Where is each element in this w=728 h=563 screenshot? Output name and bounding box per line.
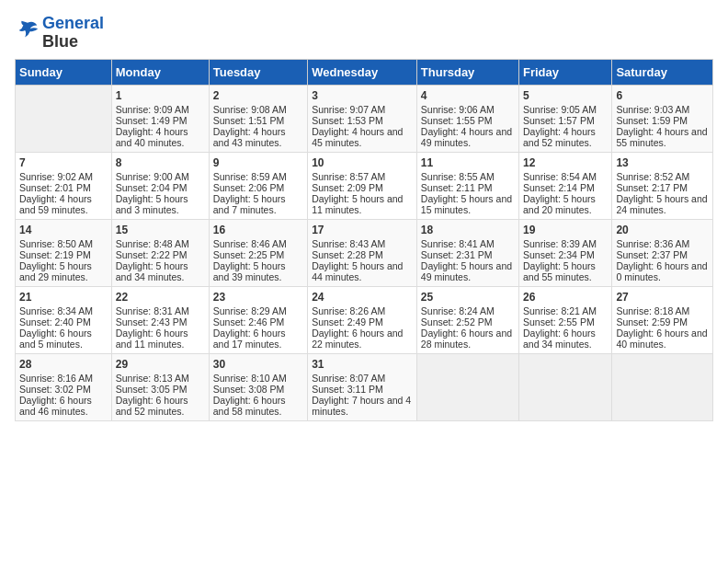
daylight-text: Daylight: 5 hours and 39 minutes.: [213, 260, 303, 282]
daylight-text: Daylight: 6 hours and 11 minutes.: [116, 327, 205, 350]
sunset-text: Sunset: 1:49 PM: [116, 115, 205, 126]
day-number: 22: [116, 291, 205, 304]
sunset-text: Sunset: 2:49 PM: [312, 316, 413, 327]
calendar-cell: 6Sunrise: 9:03 AMSunset: 1:59 PMDaylight…: [612, 85, 713, 152]
day-number: 24: [312, 291, 413, 304]
sunset-text: Sunset: 1:59 PM: [616, 115, 709, 126]
sunrise-text: Sunrise: 8:41 AM: [421, 238, 515, 249]
daylight-text: Daylight: 6 hours and 52 minutes.: [116, 395, 205, 417]
calendar-cell: 2Sunrise: 9:08 AMSunset: 1:51 PMDaylight…: [209, 85, 307, 152]
daylight-text: Daylight: 4 hours and 45 minutes.: [312, 126, 413, 148]
sunset-text: Sunset: 2:01 PM: [19, 182, 108, 193]
calendar-week-row: 21Sunrise: 8:34 AMSunset: 2:40 PMDayligh…: [16, 286, 713, 353]
daylight-text: Daylight: 4 hours and 52 minutes.: [523, 126, 608, 148]
day-number: 3: [312, 89, 413, 102]
logo-icon: [15, 18, 40, 44]
sunset-text: Sunset: 2:14 PM: [523, 182, 608, 193]
daylight-text: Daylight: 5 hours and 49 minutes.: [421, 260, 515, 282]
day-number: 27: [616, 291, 709, 304]
daylight-text: Daylight: 6 hours and 40 minutes.: [616, 327, 709, 350]
calendar-cell: 9Sunrise: 8:59 AMSunset: 2:06 PMDaylight…: [209, 152, 307, 219]
calendar-cell: 15Sunrise: 8:48 AMSunset: 2:22 PMDayligh…: [111, 219, 209, 286]
daylight-text: Daylight: 5 hours and 11 minutes.: [312, 193, 413, 215]
calendar-week-row: 7Sunrise: 9:02 AMSunset: 2:01 PMDaylight…: [16, 152, 713, 219]
daylight-text: Daylight: 6 hours and 34 minutes.: [523, 327, 608, 350]
sunrise-text: Sunrise: 8:55 AM: [421, 171, 515, 182]
calendar-cell: 14Sunrise: 8:50 AMSunset: 2:19 PMDayligh…: [16, 219, 112, 286]
daylight-text: Daylight: 6 hours and 46 minutes.: [19, 395, 108, 417]
sunset-text: Sunset: 2:34 PM: [523, 249, 608, 260]
sunrise-text: Sunrise: 8:43 AM: [312, 238, 413, 249]
sunset-text: Sunset: 3:02 PM: [19, 384, 108, 395]
daylight-text: Daylight: 5 hours and 20 minutes.: [523, 193, 608, 215]
weekday-header: Tuesday: [209, 59, 307, 85]
sunset-text: Sunset: 2:55 PM: [523, 316, 608, 327]
sunrise-text: Sunrise: 8:29 AM: [213, 305, 303, 316]
daylight-text: Daylight: 7 hours and 4 minutes.: [312, 395, 413, 417]
sunrise-text: Sunrise: 8:16 AM: [19, 373, 108, 384]
calendar-cell: [612, 353, 713, 420]
sunset-text: Sunset: 2:25 PM: [213, 249, 303, 260]
calendar-cell: 31Sunrise: 8:07 AMSunset: 3:11 PMDayligh…: [308, 353, 417, 420]
sunset-text: Sunset: 1:53 PM: [312, 115, 413, 126]
logo-text: GeneralBlue: [42, 15, 104, 52]
logo: GeneralBlue: [15, 15, 104, 52]
sunrise-text: Sunrise: 8:50 AM: [19, 238, 108, 249]
day-number: 21: [19, 291, 108, 304]
daylight-text: Daylight: 4 hours and 40 minutes.: [116, 126, 205, 148]
calendar-cell: 4Sunrise: 9:06 AMSunset: 1:55 PMDaylight…: [416, 85, 518, 152]
sunrise-text: Sunrise: 9:08 AM: [213, 104, 303, 115]
sunrise-text: Sunrise: 9:02 AM: [19, 171, 108, 182]
sunrise-text: Sunrise: 8:54 AM: [523, 171, 608, 182]
calendar-cell: 26Sunrise: 8:21 AMSunset: 2:55 PMDayligh…: [519, 286, 612, 353]
day-number: 19: [523, 224, 608, 236]
daylight-text: Daylight: 6 hours and 17 minutes.: [213, 327, 303, 350]
sunset-text: Sunset: 2:11 PM: [421, 182, 515, 193]
day-number: 11: [421, 156, 515, 169]
calendar-cell: 27Sunrise: 8:18 AMSunset: 2:59 PMDayligh…: [612, 286, 713, 353]
day-number: 20: [616, 224, 709, 236]
daylight-text: Daylight: 4 hours and 43 minutes.: [213, 126, 303, 148]
calendar-cell: 18Sunrise: 8:41 AMSunset: 2:31 PMDayligh…: [416, 219, 518, 286]
day-number: 14: [19, 224, 108, 236]
weekday-header: Monday: [111, 59, 209, 85]
calendar-cell: 29Sunrise: 8:13 AMSunset: 3:05 PMDayligh…: [111, 353, 209, 420]
daylight-text: Daylight: 5 hours and 55 minutes.: [523, 260, 608, 282]
day-number: 10: [312, 156, 413, 169]
sunset-text: Sunset: 2:28 PM: [312, 249, 413, 260]
sunrise-text: Sunrise: 8:21 AM: [523, 305, 608, 316]
calendar-cell: 10Sunrise: 8:57 AMSunset: 2:09 PMDayligh…: [308, 152, 417, 219]
sunrise-text: Sunrise: 9:03 AM: [616, 104, 709, 115]
calendar-cell: 30Sunrise: 8:10 AMSunset: 3:08 PMDayligh…: [209, 353, 307, 420]
daylight-text: Daylight: 4 hours and 55 minutes.: [616, 126, 709, 148]
calendar-cell: [519, 353, 612, 420]
calendar-week-row: 14Sunrise: 8:50 AMSunset: 2:19 PMDayligh…: [16, 219, 713, 286]
calendar-table: SundayMondayTuesdayWednesdayThursdayFrid…: [15, 59, 713, 421]
calendar-cell: 7Sunrise: 9:02 AMSunset: 2:01 PMDaylight…: [16, 152, 112, 219]
sunset-text: Sunset: 2:52 PM: [421, 316, 515, 327]
sunrise-text: Sunrise: 8:24 AM: [421, 305, 515, 316]
sunset-text: Sunset: 2:43 PM: [116, 316, 205, 327]
daylight-text: Daylight: 5 hours and 24 minutes.: [616, 193, 709, 215]
daylight-text: Daylight: 6 hours and 0 minutes.: [616, 260, 709, 282]
weekday-header: Sunday: [16, 59, 112, 85]
calendar-cell: 19Sunrise: 8:39 AMSunset: 2:34 PMDayligh…: [519, 219, 612, 286]
sunrise-text: Sunrise: 9:00 AM: [116, 171, 205, 182]
calendar-cell: 16Sunrise: 8:46 AMSunset: 2:25 PMDayligh…: [209, 219, 307, 286]
day-number: 31: [312, 358, 413, 371]
calendar-week-row: 28Sunrise: 8:16 AMSunset: 3:02 PMDayligh…: [16, 353, 713, 420]
calendar-cell: 23Sunrise: 8:29 AMSunset: 2:46 PMDayligh…: [209, 286, 307, 353]
sunset-text: Sunset: 3:11 PM: [312, 384, 413, 395]
weekday-header: Thursday: [416, 59, 518, 85]
daylight-text: Daylight: 5 hours and 29 minutes.: [19, 260, 108, 282]
calendar-cell: 1Sunrise: 9:09 AMSunset: 1:49 PMDaylight…: [111, 85, 209, 152]
weekday-header: Wednesday: [308, 59, 417, 85]
calendar-cell: 3Sunrise: 9:07 AMSunset: 1:53 PMDaylight…: [308, 85, 417, 152]
calendar-cell: 20Sunrise: 8:36 AMSunset: 2:37 PMDayligh…: [612, 219, 713, 286]
calendar-cell: [416, 353, 518, 420]
daylight-text: Daylight: 5 hours and 34 minutes.: [116, 260, 205, 282]
day-number: 18: [421, 224, 515, 236]
sunset-text: Sunset: 2:04 PM: [116, 182, 205, 193]
sunrise-text: Sunrise: 9:07 AM: [312, 104, 413, 115]
sunset-text: Sunset: 2:40 PM: [19, 316, 108, 327]
